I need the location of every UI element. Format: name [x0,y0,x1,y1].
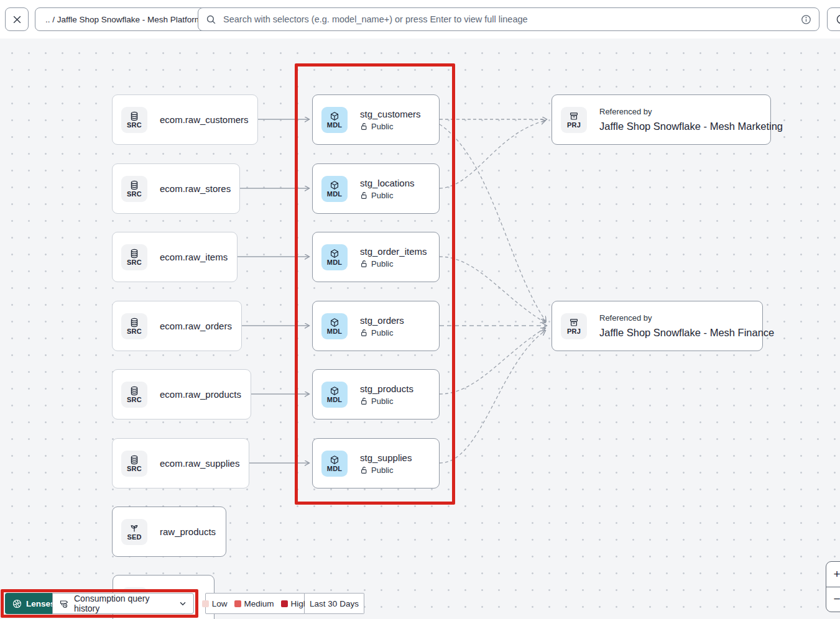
node-source-raw-supplies[interactable]: SRC ecom.raw_supplies [112,438,249,488]
source-type-tile: SRC [121,107,147,133]
database-icon [129,180,139,190]
cube-icon [330,386,339,396]
access-label: Public [371,191,393,200]
node-type-code: MDL [327,396,342,403]
node-seed-raw-products[interactable]: SED raw_products [112,507,226,557]
node-label: ecom.raw_customers [160,114,249,125]
seedling-icon [129,523,139,533]
node-type-code: SRC [127,396,142,403]
access-label: Public [371,122,393,131]
cube-icon [330,318,339,328]
lens-select-dropdown[interactable]: Consumption query history [52,593,194,614]
zoom-out-button[interactable]: − [826,587,840,612]
node-source-raw-customers[interactable]: SRC ecom.raw_customers [112,94,258,145]
unlock-icon [360,329,368,337]
node-type-code: MDL [327,465,342,472]
database-icon [129,249,139,259]
project-type-tile: PRJ [561,107,587,133]
project-type-tile: PRJ [561,313,587,339]
legend-label: Low [212,599,228,608]
model-type-tile: MDL [321,244,348,270]
source-type-tile: SRC [121,382,147,408]
model-type-tile: MDL [321,107,348,133]
lenses-label: Lenses [26,599,55,608]
cube-icon [330,455,339,465]
heat-legend: Low Medium High [205,593,305,614]
model-type-tile: MDL [321,313,348,339]
close-button[interactable] [5,7,29,31]
node-label: raw_products [160,526,216,537]
database-icon [129,318,139,328]
node-type-code: PRJ [567,121,581,129]
aperture-lens-icon [12,599,22,608]
node-model-stg-supplies[interactable]: 58 MDL stg_supplies Public [312,438,440,488]
legend-item-medium: Medium [234,599,274,608]
node-label: stg_order_items [360,246,427,257]
node-label: ecom.raw_items [160,252,228,262]
model-type-tile: MDL [321,176,348,202]
node-label: ecom.raw_orders [160,321,232,331]
node-label: Jaffle Shop Snowflake - Mesh Finance [599,327,774,339]
close-icon [12,14,22,25]
model-type-tile: MDL [321,451,348,477]
archive-box-icon [569,318,579,328]
node-label: stg_locations [360,178,415,188]
clock-circle-icon [836,14,840,25]
node-type-code: SRC [127,328,142,335]
node-source-raw-products[interactable]: SRC ecom.raw_products [112,369,251,420]
unlock-icon [360,122,368,131]
legend-swatch-high [281,600,288,607]
source-type-tile: SRC [121,313,147,339]
cube-icon [330,249,339,259]
lineage-search[interactable] [198,7,819,31]
history-button-partial[interactable] [827,7,840,31]
node-source-raw-orders[interactable]: SRC ecom.raw_orders [112,301,242,351]
node-type-code: MDL [327,328,342,335]
database-icon [129,455,139,465]
node-type-code: SED [127,533,141,541]
source-type-tile: SRC [121,451,147,477]
referenced-by-label: Referenced by [599,313,774,323]
source-type-tile: SRC [121,176,147,202]
search-input[interactable] [222,14,795,25]
node-model-stg-products[interactable]: 58 MDL stg_products Public [312,369,440,420]
zoom-in-button[interactable]: + [826,562,840,587]
node-type-code: MDL [327,121,342,129]
date-range-button[interactable]: Last 30 Days [305,593,364,614]
legend-label: Medium [244,599,274,608]
node-label: ecom.raw_products [160,389,241,400]
node-model-stg-orders[interactable]: 58 MDL stg_orders Public [312,301,440,351]
cube-icon [330,111,339,121]
model-type-tile: MDL [321,382,348,408]
node-source-raw-items[interactable]: SRC ecom.raw_items [112,232,238,282]
seed-type-tile: SED [121,519,147,545]
access-label: Public [371,465,393,475]
breadcrumb[interactable]: .. / Jaffle Shop Snowflake - Mesh Platfo… [35,7,212,31]
node-project-mesh-marketing[interactable]: PRJ Referenced by Jaffle Shop Snowflake … [552,94,771,145]
node-type-code: SRC [127,259,142,266]
node-label: Jaffle Shop Snowflake - Mesh Marketing [599,121,783,132]
node-label: stg_products [360,383,413,394]
node-label: stg_orders [360,315,404,326]
info-icon[interactable] [801,14,811,25]
node-model-stg-order-items[interactable]: 29 MDL stg_order_items Public [312,232,440,282]
chevron-down-icon [178,599,187,608]
node-type-code: PRJ [567,328,581,335]
query-history-icon [59,598,69,608]
legend-swatch-low [202,600,209,607]
node-model-stg-locations[interactable]: 29 MDL stg_locations Public [312,163,440,214]
access-label: Public [371,259,393,268]
node-type-code: SRC [127,465,142,472]
node-project-mesh-finance[interactable]: PRJ Referenced by Jaffle Shop Snowflake … [552,301,763,351]
node-type-code: SRC [127,121,142,129]
node-model-stg-customers[interactable]: 29 MDL stg_customers Public [312,94,440,145]
unlock-icon [360,397,368,405]
database-icon [129,111,139,121]
legend-swatch-medium [234,600,241,607]
lens-selected-label: Consumption query history [74,594,173,613]
node-type-code: MDL [327,259,342,266]
search-icon [206,14,216,25]
node-label: stg_customers [360,109,421,119]
node-source-raw-stores[interactable]: SRC ecom.raw_stores [112,163,240,214]
cube-icon [330,180,339,190]
